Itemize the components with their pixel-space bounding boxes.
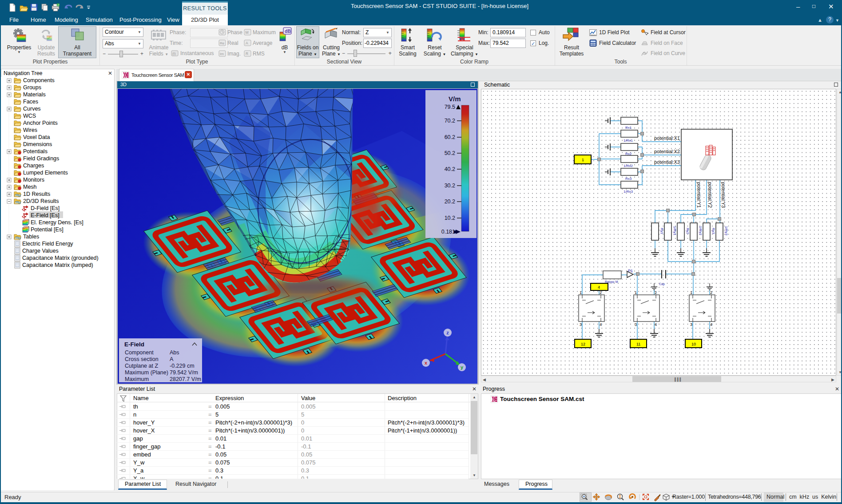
svg-text:12: 12 (581, 342, 585, 346)
svg-text:Rx3: Rx3 (625, 177, 632, 181)
svg-text:Ry3: Ry3 (711, 228, 715, 234)
svg-text:Abs: Abs (170, 349, 179, 356)
svg-text:Maximum: Maximum (125, 376, 149, 382)
svg-text:E-Field: E-Field (124, 341, 144, 348)
svg-text:79.542 V/m: 79.542 V/m (170, 369, 198, 376)
svg-text:2: 2 (600, 290, 602, 295)
svg-text:-0.229 cm: -0.229 cm (170, 363, 195, 369)
svg-text:potential:Y2: potential:Y2 (707, 182, 713, 208)
svg-text:Ry2: Ry2 (686, 228, 690, 234)
svg-text:R: R (246, 52, 248, 56)
svg-text:Re: Re (220, 41, 225, 45)
svg-text:potential:X3: potential:X3 (654, 159, 680, 165)
svg-text:70.2: 70.2 (445, 118, 455, 124)
svg-text:11: 11 (636, 342, 640, 346)
svg-text:4: 4 (598, 285, 600, 290)
svg-text:Im: Im (220, 52, 224, 56)
svg-text:1: 1 (690, 290, 692, 295)
svg-text:4: 4 (600, 322, 602, 327)
svg-text:10.2: 10.2 (445, 215, 455, 221)
svg-text:60.2: 60.2 (445, 134, 455, 140)
svg-text:A: A (246, 41, 248, 45)
svg-text:1/Ry2: 1/Ry2 (699, 226, 703, 235)
svg-text:20.2: 20.2 (445, 198, 455, 205)
svg-text:V/m: V/m (449, 95, 461, 103)
svg-text:y: y (461, 365, 464, 370)
svg-text:x: x (425, 360, 428, 365)
svg-text:A: A (170, 356, 174, 362)
svg-text:1: 1 (582, 158, 584, 162)
svg-text:1: 1 (580, 290, 582, 295)
svg-text:3: 3 (690, 322, 692, 327)
svg-text:1/Ry1: 1/Ry1 (673, 226, 677, 235)
svg-text:Rx1: Rx1 (625, 126, 632, 130)
svg-text:4: 4 (655, 322, 657, 327)
svg-text:3: 3 (580, 322, 582, 327)
svg-text:28207.7 V/m: 28207.7 V/m (170, 376, 201, 382)
svg-text:30.2: 30.2 (445, 183, 455, 189)
svg-text:Maximum (Plane): Maximum (Plane) (125, 369, 168, 376)
svg-text:Rx2: Rx2 (625, 152, 632, 156)
svg-text:1/Rx3: 1/Rx3 (624, 190, 633, 194)
svg-text:Cross section: Cross section (125, 356, 159, 362)
svg-text:4: 4 (710, 322, 712, 327)
svg-text:1/Rx2: 1/Rx2 (624, 164, 633, 168)
svg-text:10: 10 (691, 342, 696, 346)
svg-text:potential:Y1: potential:Y1 (696, 182, 702, 208)
svg-text:dB: dB (285, 28, 291, 34)
svg-text:50.2: 50.2 (445, 150, 455, 156)
svg-text:(t): (t) (172, 52, 176, 56)
svg-text:79.5: 79.5 (445, 104, 455, 110)
svg-text:40.2: 40.2 (445, 166, 455, 172)
svg-text:M: M (246, 30, 249, 35)
svg-text:potential:X1: potential:X1 (654, 135, 680, 141)
svg-text:1/Ry3: 1/Ry3 (724, 226, 728, 235)
svg-text:z: z (446, 330, 449, 335)
svg-text:Component: Component (125, 349, 154, 356)
svg-text:potential:X2: potential:X2 (654, 149, 680, 154)
svg-text:0.181: 0.181 (441, 229, 455, 235)
svg-text:Cap: Cap (659, 282, 665, 286)
svg-text:Ry1: Ry1 (660, 228, 664, 234)
svg-text:2: 2 (710, 290, 712, 295)
svg-text:potential:Y3: potential:Y3 (721, 182, 726, 208)
svg-text:1: 1 (635, 290, 637, 295)
svg-text:1/Rx1: 1/Rx1 (624, 139, 633, 143)
svg-text:2: 2 (655, 290, 657, 295)
svg-text:3: 3 (635, 322, 637, 327)
svg-text:Cutplane at Z: Cutplane at Z (125, 363, 158, 369)
